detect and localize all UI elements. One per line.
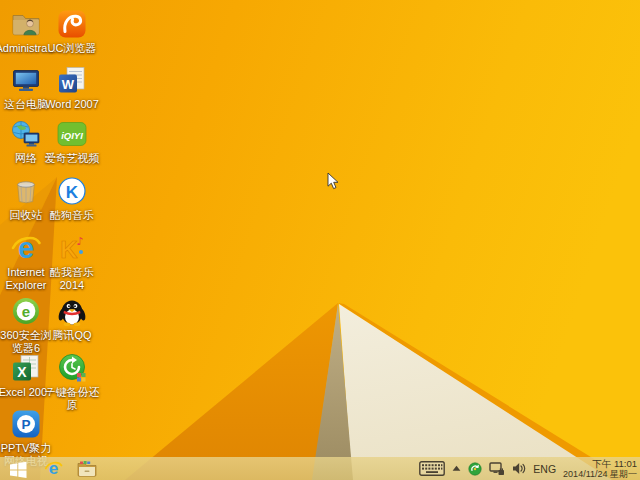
user-folder-icon: [10, 8, 42, 40]
pptv-icon: P: [10, 408, 42, 440]
svg-text:♪: ♪: [76, 235, 83, 248]
qq-penguin-icon: [56, 295, 88, 327]
desktop-icon-kugou-music[interactable]: K 酷狗音乐: [41, 175, 103, 222]
svg-text:W: W: [62, 77, 75, 92]
360-tray-icon[interactable]: [468, 462, 482, 476]
internet-explorer-icon: e: [44, 459, 63, 478]
icon-label: 腾讯QQ: [41, 329, 103, 342]
word-icon: W: [56, 64, 88, 96]
volume-icon[interactable]: [512, 462, 526, 475]
clock-time: 下午 11:01: [592, 459, 637, 469]
desktop-icon-tencent-qq[interactable]: 腾讯QQ: [41, 295, 103, 342]
uc-browser-icon: [56, 8, 88, 40]
desktop-icon-kuwo-music[interactable]: K ♪ 酷我音乐2014: [41, 232, 103, 292]
show-hidden-icons-chevron[interactable]: [452, 465, 461, 472]
iqiyi-icon: iQIYI: [56, 118, 88, 150]
taskbar-internet-explorer[interactable]: e: [36, 457, 70, 480]
360-browser-icon: e: [10, 295, 42, 327]
network-icon: [10, 118, 42, 150]
svg-text:K: K: [66, 183, 79, 202]
taskbar: e: [0, 457, 640, 480]
touch-keyboard-icon[interactable]: [419, 461, 445, 476]
backup-restore-icon: [56, 352, 88, 384]
icon-label: Word 2007: [41, 98, 103, 111]
kugou-music-icon: K: [56, 175, 88, 207]
language-indicator[interactable]: ENG: [533, 463, 556, 475]
desktop-icon-uc-browser[interactable]: UC浏览器: [41, 8, 103, 55]
svg-text:iQIYI: iQIYI: [61, 130, 83, 141]
desktop-icon-backup-restore[interactable]: 一键备份还原: [41, 352, 103, 412]
windows-logo-icon: [9, 459, 28, 478]
svg-text:X: X: [17, 364, 27, 380]
network-status-icon[interactable]: [489, 462, 505, 476]
icon-label: 爱奇艺视频: [41, 152, 103, 165]
icon-label: UC浏览器: [41, 42, 103, 55]
clock-date: 2014/11/24 星期一: [563, 469, 637, 479]
start-button[interactable]: [0, 457, 36, 480]
svg-text:P: P: [21, 417, 30, 432]
icon-label: 酷我音乐2014: [41, 266, 103, 292]
desktop-icon-word-2007[interactable]: W Word 2007: [41, 64, 103, 111]
internet-explorer-icon: e: [10, 232, 42, 264]
kuwo-music-icon: K ♪: [56, 232, 88, 264]
icon-label: 一键备份还原: [41, 386, 103, 412]
excel-icon: X: [10, 352, 42, 384]
desktop: Administra... 这台电脑 网络 回: [0, 0, 640, 480]
svg-text:e: e: [22, 303, 30, 320]
desktop-icon-iqiyi[interactable]: iQIYI 爱奇艺视频: [41, 118, 103, 165]
taskbar-clock[interactable]: 下午 11:01 2014/11/24 星期一: [563, 459, 637, 479]
svg-text:e: e: [18, 232, 34, 264]
file-explorer-icon: [77, 460, 97, 477]
taskbar-file-explorer[interactable]: [70, 457, 104, 480]
icon-label: 酷狗音乐: [41, 209, 103, 222]
computer-icon: [10, 64, 42, 96]
recycle-bin-icon: [10, 175, 42, 207]
